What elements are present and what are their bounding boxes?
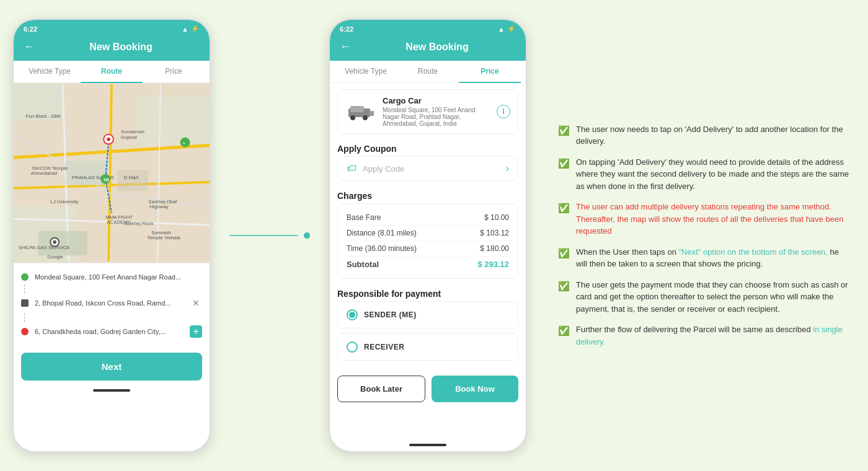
receiver-option[interactable]: RECEIVER [337,333,518,361]
check-icon-4: ✅ [558,247,570,261]
svg-text:Ahmedabad: Ahmedabad [31,170,58,176]
svg-rect-13 [118,170,148,191]
stop-dot [21,299,29,307]
distance-amount: $ 103.12 [480,229,509,237]
tab-price-right[interactable]: Price [459,61,521,83]
sender-label: SENDER (ME) [364,310,417,319]
vehicle-card: Cargo Car Mondeal Square, 100 Feet Anand… [337,89,518,134]
svg-text:Sarkhej Roza: Sarkhej Roza [124,221,154,226]
annotation-text-6: Further the flow of delivering the Parce… [576,324,849,348]
annotation-1: ✅ The user now needs to tap on 'Add Deli… [558,123,849,147]
tab-route-right[interactable]: Route [397,61,459,83]
base-fare-label: Base Fare [347,213,381,222]
home-indicator-left [93,389,130,392]
location-list: Mondeal Square, 100 Feet Anand Nagar Roa… [14,263,210,348]
time-right: 6:22 [340,25,353,33]
battery-icon: ⚡ [191,25,200,33]
status-bar-right: 6:22 ▲ ⚡ [330,20,526,35]
receiver-radio[interactable] [347,341,358,353]
info-button[interactable]: i [497,105,510,118]
svg-text:+: + [183,141,186,146]
annotation-text-2: On tapping 'Add Delivery' they would nee… [576,156,849,193]
app-header-left: ← New Booking [14,35,210,61]
wifi-icon-right: ▲ [498,25,505,33]
drop-text: 6, Chandkheda road, Godrej Garden City,.… [35,328,184,335]
svg-text:FR: FR [104,178,109,182]
tab-vehicle-type-right[interactable]: Vehicle Type [335,61,397,83]
vehicle-info: Cargo Car Mondeal Square, 100 Feet Anand… [383,96,490,127]
annotation-3: ✅ The user can add multiple delivery sta… [558,201,849,237]
annotation-2: ✅ On tapping 'Add Delivery' they would n… [558,156,849,193]
stop-text: 2, Bhopal Road, Iskcon Cross Road, Ramd.… [35,299,184,307]
charge-base-fare: Base Fare $ 10.00 [347,210,509,226]
receiver-label: RECEIVER [364,343,404,351]
svg-rect-45 [369,111,374,116]
tab-route-left[interactable]: Route [81,61,143,83]
status-icons-left: ▲ ⚡ [182,25,200,33]
header-title-left: New Booking [42,42,200,53]
book-later-button[interactable]: Book Later [337,376,425,402]
remove-stop-button[interactable]: ✕ [190,297,202,309]
connector-2 [24,313,25,322]
check-icon-6: ✅ [558,324,570,338]
check-icon-3: ✅ [558,201,570,216]
battery-icon-right: ⚡ [507,25,516,33]
charge-subtotal: Subtotal $ 293.12 [347,257,509,272]
payment-section-title: Responsible for payment [330,285,526,301]
sender-radio[interactable] [347,309,358,320]
coupon-icon: 🏷 [347,163,356,174]
tabs-right: Vehicle Type Route Price [330,61,526,83]
annotation-text-1: The user now needs to tap on 'Add Delive… [576,123,849,147]
tabs-left: Vehicle Type Route Price [14,61,210,83]
annotation-text-4: When the User then taps on "Next" option… [576,246,849,270]
subtotal-amount: $ 293.12 [477,260,509,269]
left-phone: 6:22 ▲ ⚡ ← New Booking Vehicle Type Rout… [12,19,211,452]
add-delivery-button[interactable]: + [190,325,202,338]
base-fare-amount: $ 10.00 [484,213,509,222]
back-button-right[interactable]: ← [340,40,351,53]
svg-rect-14 [38,231,87,256]
list-item: Mondeal Square, 100 Feet Anand Nagar Roa… [21,270,202,284]
next-button[interactable]: Next [21,353,202,381]
time-left: 6:22 [24,25,37,33]
bottom-buttons: Book Later Book Now [330,371,526,407]
svg-rect-42 [350,106,364,112]
annotation-text-5: The user gets the payment mode that they… [576,279,849,315]
back-button-left[interactable]: ← [24,40,35,53]
annotation-text-3: The user can add multiple delivery stati… [576,201,849,237]
sender-option[interactable]: SENDER (ME) [337,301,518,328]
charge-time: Time (36.00 minutes) $ 180.00 [347,241,509,257]
check-icon-1: ✅ [558,124,570,138]
pickup-text: Mondeal Square, 100 Feet Anand Nagar Roa… [35,273,202,281]
connector-dot [304,232,310,239]
charges-card: Base Fare $ 10.00 Distance (8.01 miles) … [337,203,518,279]
book-now-button[interactable]: Book Now [432,376,518,402]
payment-options: SENDER (ME) RECEIVER [330,301,526,371]
map-area: Fun Blast - SBR ISKCON Temple Ahmedabad … [14,83,210,263]
pickup-dot [21,273,29,281]
header-title-right: New Booking [358,42,516,53]
wifi-icon: ▲ [182,25,188,33]
svg-rect-2 [136,97,210,146]
svg-text:Highway: Highway [149,204,168,209]
svg-point-37 [53,240,56,244]
status-bar-left: 6:22 ▲ ⚡ [14,20,210,35]
drop-dot [21,328,29,335]
svg-text:D Mart: D Mart [124,175,139,180]
annotation-6: ✅ Further the flow of delivering the Par… [558,324,849,348]
list-item: 6, Chandkheda road, Godrej Garden City,.… [21,322,202,341]
svg-point-33 [107,138,110,141]
svg-point-43 [350,115,355,120]
svg-point-44 [363,115,368,120]
tab-price-left[interactable]: Price [143,61,205,83]
charge-distance: Distance (8.01 miles) $ 103.12 [347,226,509,241]
svg-text:SHILPA GAS SERVICE: SHILPA GAS SERVICE [19,245,70,250]
distance-label: Distance (8.01 miles) [347,229,417,237]
coupon-box[interactable]: 🏷 Apply Code › [337,156,518,181]
tab-vehicle-type-left[interactable]: Vehicle Type [19,61,81,83]
right-phone: 6:22 ▲ ⚡ ← New Booking Vehicle Type Rout… [329,19,527,452]
time-label: Time (36.00 minutes) [347,244,417,253]
time-amount: $ 180.00 [480,244,509,253]
status-icons-right: ▲ ⚡ [498,25,516,33]
charges-section-title: Charges [330,187,526,203]
